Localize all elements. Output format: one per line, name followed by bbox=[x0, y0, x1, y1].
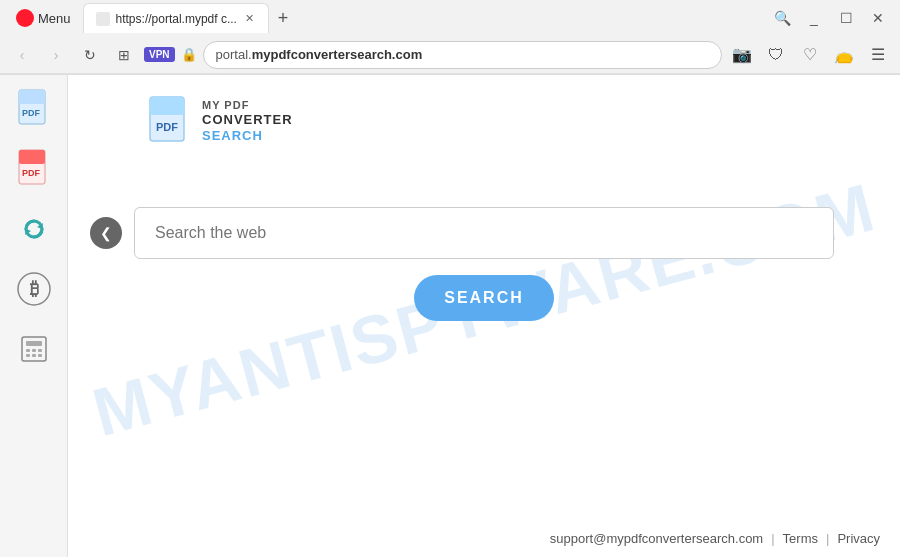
new-tab-icon: + bbox=[278, 8, 289, 29]
svg-rect-15 bbox=[26, 354, 30, 357]
svg-rect-11 bbox=[26, 341, 42, 346]
footer-email[interactable]: support@mypdfconvertersearch.com bbox=[550, 531, 763, 546]
maximize-button[interactable]: ☐ bbox=[832, 4, 860, 32]
calculator-icon bbox=[18, 333, 50, 365]
menu-label: Menu bbox=[38, 11, 71, 26]
svg-rect-19 bbox=[150, 97, 184, 115]
browser-chrome: Menu https://portal.mypdf c... ✕ + 🔍 _ ☐… bbox=[0, 0, 900, 75]
close-button[interactable]: ✕ bbox=[864, 4, 892, 32]
tab-favicon bbox=[96, 12, 110, 26]
tab-title: https://portal.mypdf c... bbox=[116, 12, 237, 26]
logo-my-pdf: MY PDF bbox=[202, 99, 293, 112]
main-content: MYANTISPYWARE.COM PDF MY PDF CONVERTER S… bbox=[68, 75, 900, 557]
lock-icon: 🔒 bbox=[181, 47, 197, 62]
sidebar-item-pdf-blue[interactable]: PDF bbox=[12, 87, 56, 131]
address-field[interactable]: portal.mypdfconvertersearch.com bbox=[203, 41, 722, 69]
reload-button[interactable]: ↻ bbox=[76, 41, 104, 69]
forward-button[interactable]: › bbox=[42, 41, 70, 69]
minimize-button[interactable]: _ bbox=[800, 4, 828, 32]
address-prefix: portal. bbox=[216, 47, 252, 62]
grid-button[interactable]: ⊞ bbox=[110, 41, 138, 69]
sidebar: PDF PDF ₿ bbox=[0, 75, 68, 557]
address-domain: mypdfconvertersearch.com bbox=[252, 47, 423, 62]
svg-text:PDF: PDF bbox=[22, 108, 41, 118]
browser-titlebar: Menu https://portal.mypdf c... ✕ + 🔍 _ ☐… bbox=[0, 0, 900, 36]
svg-rect-1 bbox=[19, 90, 45, 104]
vpn-badge[interactable]: VPN bbox=[144, 47, 175, 62]
menu-button[interactable]: Menu bbox=[8, 5, 79, 31]
shield-icon[interactable]: 🛡 bbox=[762, 41, 790, 69]
search-button-label: SEARCH bbox=[444, 289, 524, 306]
footer: support@mypdfconvertersearch.com | Terms… bbox=[550, 531, 880, 546]
logo-text: MY PDF CONVERTER SEARCH bbox=[202, 99, 293, 143]
search-toolbar-icon[interactable]: 🔍 bbox=[768, 4, 796, 32]
footer-terms[interactable]: Terms bbox=[783, 531, 818, 546]
sidebar-item-bitcoin[interactable]: ₿ bbox=[12, 267, 56, 311]
collapse-icon: ❮ bbox=[100, 225, 112, 241]
pdf-blue-icon: PDF bbox=[17, 88, 51, 130]
opera-logo-icon bbox=[16, 9, 34, 27]
search-area: ❮ SEARCH bbox=[134, 207, 834, 321]
sidebar-item-calculator[interactable] bbox=[12, 327, 56, 371]
search-input-container: ❮ bbox=[134, 207, 834, 259]
footer-privacy[interactable]: Privacy bbox=[837, 531, 880, 546]
svg-text:PDF: PDF bbox=[22, 168, 41, 178]
tab-close-button[interactable]: ✕ bbox=[243, 10, 256, 27]
search-input[interactable] bbox=[134, 207, 834, 259]
toolbar-icons: 📷 🛡 ♡ 👝 ☰ bbox=[728, 41, 892, 69]
sidebar-item-arrow[interactable] bbox=[12, 207, 56, 251]
arrow-sync-icon bbox=[18, 213, 50, 245]
bitcoin-icon: ₿ bbox=[16, 271, 52, 307]
settings-icon[interactable]: ☰ bbox=[864, 41, 892, 69]
svg-rect-12 bbox=[26, 349, 30, 352]
new-tab-button[interactable]: + bbox=[269, 4, 297, 32]
collapse-button[interactable]: ❮ bbox=[90, 217, 122, 249]
browser-addressbar: ‹ › ↻ ⊞ VPN 🔒 portal.mypdfconvertersearc… bbox=[0, 36, 900, 74]
svg-text:₿: ₿ bbox=[29, 279, 38, 299]
sidebar-item-pdf-red[interactable]: PDF bbox=[12, 147, 56, 191]
camera-icon[interactable]: 📷 bbox=[728, 41, 756, 69]
heart-icon[interactable]: ♡ bbox=[796, 41, 824, 69]
svg-rect-13 bbox=[32, 349, 36, 352]
logo-icon: PDF bbox=[148, 95, 192, 147]
logo-search: SEARCH bbox=[202, 128, 293, 144]
active-tab[interactable]: https://portal.mypdf c... ✕ bbox=[83, 3, 269, 33]
search-button[interactable]: SEARCH bbox=[414, 275, 554, 321]
svg-rect-17 bbox=[38, 354, 42, 357]
svg-rect-16 bbox=[32, 354, 36, 357]
browser-body: PDF PDF ₿ bbox=[0, 75, 900, 557]
logo-area: PDF MY PDF CONVERTER SEARCH bbox=[148, 95, 293, 147]
svg-text:PDF: PDF bbox=[156, 121, 178, 133]
window-controls: 🔍 _ ☐ ✕ bbox=[768, 4, 892, 32]
wallet-icon[interactable]: 👝 bbox=[830, 41, 858, 69]
svg-rect-4 bbox=[19, 150, 45, 164]
tab-bar: https://portal.mypdf c... ✕ + bbox=[83, 0, 764, 36]
footer-separator-1: | bbox=[771, 531, 774, 546]
back-button[interactable]: ‹ bbox=[8, 41, 36, 69]
content-area: PDF MY PDF CONVERTER SEARCH ❮ SEARCH bbox=[68, 75, 900, 557]
pdf-red-icon: PDF bbox=[17, 148, 51, 190]
footer-separator-2: | bbox=[826, 531, 829, 546]
svg-rect-14 bbox=[38, 349, 42, 352]
logo-converter: CONVERTER bbox=[202, 112, 293, 128]
